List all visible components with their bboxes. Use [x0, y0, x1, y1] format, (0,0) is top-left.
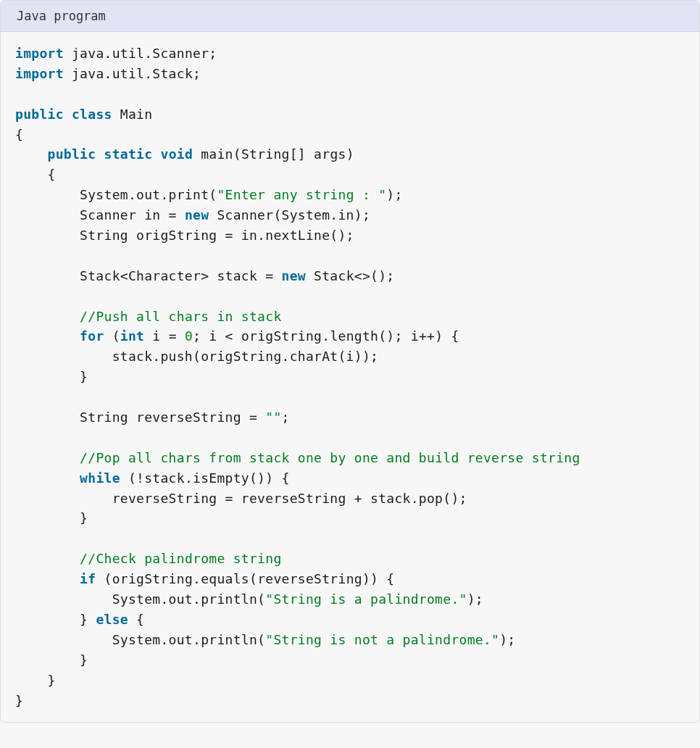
code-token-kw: else	[96, 612, 128, 627]
code-token-str: "String is a palindrome."	[265, 591, 467, 607]
code-token-kw: void	[161, 146, 193, 162]
code-token-kw: new	[282, 268, 306, 283]
code-line: import java.util.Scanner;	[15, 43, 685, 64]
code-line: if (origString.equals(reverseString)) {	[15, 569, 685, 589]
code-line	[15, 387, 685, 407]
code-line: //Check palindrome string	[15, 549, 685, 569]
code-line: {	[15, 165, 685, 185]
code-token-str: "Enter any string : "	[217, 187, 386, 202]
code-body: import java.util.Scanner;import java.uti…	[1, 32, 699, 722]
code-block-title: Java program	[17, 9, 106, 23]
code-token-kw: while	[80, 470, 120, 486]
code-line	[15, 286, 685, 307]
code-token-com: //Pop all chars from stack one by one an…	[80, 450, 580, 465]
code-token-kw: class	[72, 107, 112, 122]
code-line: {	[15, 125, 685, 145]
code-line: public static void main(String[] args)	[15, 144, 685, 165]
code-line: reverseString = reverseString + stack.po…	[15, 489, 685, 509]
code-line: System.out.println("String is a palindro…	[15, 589, 685, 610]
code-token-com: //Push all chars in stack	[80, 309, 281, 324]
code-line: }	[15, 367, 685, 387]
code-line: String reverseString = "";	[15, 407, 685, 428]
code-token-kw: public	[15, 107, 64, 122]
code-line: stack.push(origString.charAt(i));	[15, 346, 685, 367]
code-line: System.out.println("String is not a pali…	[15, 630, 685, 650]
code-line	[15, 528, 685, 549]
code-line: for (int i = 0; i < origString.length();…	[15, 326, 685, 346]
code-line: String origString = in.nextLine();	[15, 225, 685, 246]
code-token-str: "String is not a palindrome."	[265, 632, 499, 647]
code-token-kw: static	[104, 146, 153, 162]
code-line: }	[15, 650, 685, 670]
code-block-header: Java program	[1, 1, 699, 32]
code-token-kw: import	[15, 46, 64, 61]
code-token-kw: public	[48, 146, 96, 162]
code-line: System.out.print("Enter any string : ");	[15, 185, 685, 205]
code-token-kw: import	[15, 66, 64, 81]
code-line: Scanner in = new Scanner(System.in);	[15, 205, 685, 225]
code-token-num: 0	[185, 328, 193, 344]
code-line: }	[15, 508, 685, 528]
code-token-str: ""	[265, 410, 281, 425]
code-line: import java.util.Stack;	[15, 64, 685, 84]
code-line	[15, 84, 685, 104]
code-line: }	[15, 691, 685, 711]
code-line	[15, 428, 685, 448]
code-line: //Push all chars in stack	[15, 307, 685, 327]
code-line: } else {	[15, 610, 685, 630]
code-line: public class Main	[15, 104, 685, 125]
code-line: while (!stack.isEmpty()) {	[15, 468, 685, 489]
code-token-kw: if	[80, 571, 96, 586]
code-token-kw: int	[120, 328, 144, 344]
code-line: }	[15, 670, 685, 691]
code-token-com: //Check palindrome string	[80, 551, 281, 566]
code-line: //Pop all chars from stack one by one an…	[15, 448, 685, 468]
code-line	[15, 246, 685, 266]
code-block: Java program import java.util.Scanner;im…	[0, 0, 700, 723]
code-token-kw: for	[80, 328, 104, 344]
code-line: Stack<Character> stack = new Stack<>();	[15, 266, 685, 286]
code-token-kw: new	[185, 207, 209, 223]
